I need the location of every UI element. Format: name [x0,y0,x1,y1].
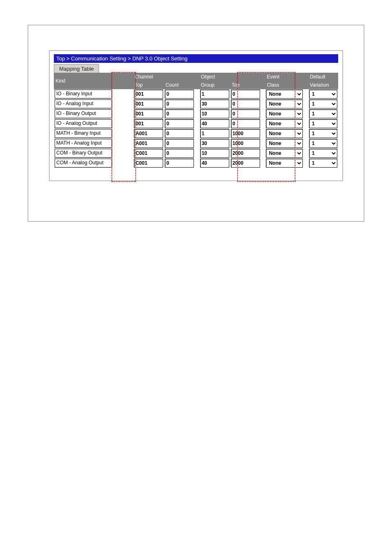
breadcrumb: Top > Communication Setting > DNP 3.0 Ob… [54,54,338,63]
variation-select[interactable]: 1 [309,90,337,99]
object-top-input[interactable] [231,129,260,138]
table-row: COM - Analog OutputNone1 [54,158,338,168]
object-top-input[interactable] [231,119,260,128]
table-body: IO - Binary InputNone1IO - Analog InputN… [54,89,338,168]
header-channel: Channel [133,73,195,81]
page-frame: Top > Communication Setting > DNP 3.0 Ob… [28,25,364,222]
header-obj-top: Top [230,81,261,89]
table-row: IO - Binary OutputNone1 [54,109,338,119]
settings-panel: Top > Communication Setting > DNP 3.0 Ob… [49,50,343,181]
kind-cell: COM - Analog Output [55,159,112,168]
header-variation: Variation [308,81,338,89]
kind-cell: MATH - Analog Input [55,139,112,148]
variation-select[interactable]: 1 [309,139,337,148]
object-top-input[interactable] [231,139,260,148]
header-object: Object [199,73,261,81]
kind-cell: MATH - Binary Input [55,129,112,138]
header-group: Group [199,81,230,89]
group-input[interactable] [200,129,229,138]
object-top-input[interactable] [231,159,260,168]
table-row: COM - Binary OutputNone1 [54,148,338,158]
channel-top-input[interactable] [134,159,163,168]
group-input[interactable] [200,139,229,148]
object-top-input[interactable] [231,99,260,108]
event-class-select[interactable]: None [266,119,303,128]
header-ch-top: Top [133,81,164,89]
tab-mapping-table[interactable]: Mapping Table [54,64,99,73]
kind-cell: IO - Analog Output [55,119,112,128]
count-input[interactable] [165,99,194,108]
event-class-select[interactable]: None [266,149,303,158]
channel-top-input[interactable] [134,90,163,99]
channel-top-input[interactable] [134,109,163,118]
kind-cell: COM - Binary Output [55,149,112,158]
event-class-select[interactable]: None [266,159,303,168]
mapping-table: Kind Channel Object Event Default Top Co… [54,73,338,168]
group-input[interactable] [200,159,229,168]
object-top-input[interactable] [231,90,260,99]
variation-select[interactable]: 1 [309,99,337,108]
table-row: IO - Analog OutputNone1 [54,119,338,129]
event-class-select[interactable]: None [266,90,303,99]
variation-select[interactable]: 1 [309,109,337,118]
event-class-select[interactable]: None [266,99,303,108]
object-top-input[interactable] [231,149,260,158]
count-input[interactable] [165,129,194,138]
variation-select[interactable]: 1 [309,149,337,158]
header-event: Event [265,73,304,81]
header-class: Class [265,81,304,89]
event-class-select[interactable]: None [266,129,303,138]
header-count: Count [164,81,195,89]
count-input[interactable] [165,90,194,99]
kind-cell: IO - Binary Input [55,90,112,99]
group-input[interactable] [200,99,229,108]
table-row: IO - Binary InputNone1 [54,89,338,99]
variation-select[interactable]: 1 [309,159,337,168]
count-input[interactable] [165,159,194,168]
variation-select[interactable]: 1 [309,119,337,128]
group-input[interactable] [200,109,229,118]
table-row: MATH - Binary InputNone1 [54,129,338,138]
header-default: Default [308,73,338,81]
table-row: IO - Analog InputNone1 [54,99,338,109]
count-input[interactable] [165,149,194,158]
count-input[interactable] [165,109,194,118]
kind-cell: IO - Analog Input [55,99,112,108]
channel-top-input[interactable] [134,119,163,128]
variation-select[interactable]: 1 [309,129,337,138]
channel-top-input[interactable] [134,139,163,148]
event-class-select[interactable]: None [266,109,303,118]
group-input[interactable] [200,149,229,158]
object-top-input[interactable] [231,109,260,118]
table-row: MATH - Analog InputNone1 [54,138,338,148]
channel-top-input[interactable] [134,129,163,138]
channel-top-input[interactable] [134,149,163,158]
kind-cell: IO - Binary Output [55,109,112,118]
group-input[interactable] [200,119,229,128]
event-class-select[interactable]: None [266,139,303,148]
count-input[interactable] [165,139,194,148]
channel-top-input[interactable] [134,99,163,108]
count-input[interactable] [165,119,194,128]
group-input[interactable] [200,90,229,99]
header-kind: Kind [54,73,133,89]
